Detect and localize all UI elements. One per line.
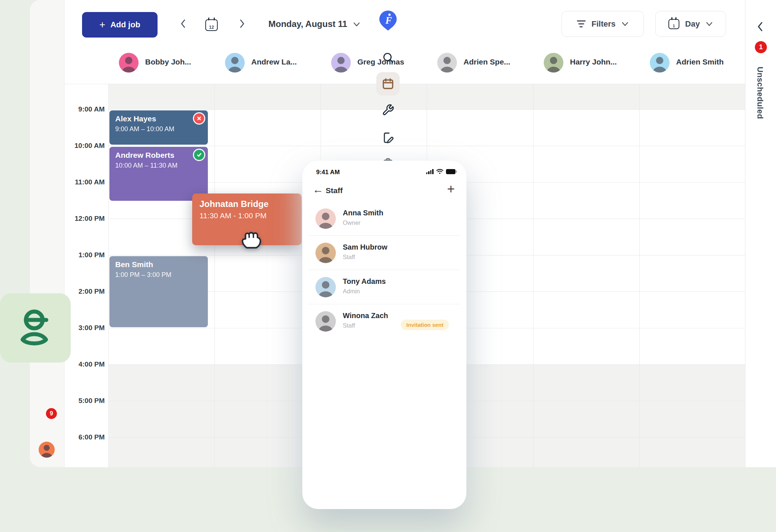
date-text: Monday, August 11 bbox=[268, 19, 347, 29]
brand-watermark bbox=[0, 293, 71, 363]
unscheduled-panel-collapsed[interactable]: 1 Unscheduled bbox=[745, 0, 776, 467]
staff-column-name[interactable]: Harry John... bbox=[570, 58, 617, 66]
next-day-button[interactable] bbox=[238, 18, 246, 29]
staff-column-name[interactable]: Bobby Joh... bbox=[145, 58, 191, 66]
back-arrow-icon[interactable]: ← bbox=[313, 184, 323, 195]
grid-line bbox=[65, 84, 745, 84]
add-job-label: Add job bbox=[110, 20, 140, 30]
grid-line bbox=[108, 84, 109, 467]
unscheduled-label: Unscheduled bbox=[755, 67, 765, 119]
event-card[interactable]: Ben Smith 1:00 PM – 3:00 PM bbox=[109, 256, 208, 327]
staff-role: Staff bbox=[343, 254, 355, 261]
cancelled-icon[interactable] bbox=[194, 113, 204, 124]
grid-line bbox=[533, 84, 534, 467]
sidebar-item-schedule[interactable] bbox=[376, 72, 400, 95]
filter-icon bbox=[577, 20, 586, 27]
staff-name: Tony Adams bbox=[343, 277, 386, 286]
time-label: 5:00 PM bbox=[61, 397, 105, 405]
time-label: 4:00 PM bbox=[61, 360, 105, 368]
time-label: 2:00 PM bbox=[61, 287, 105, 296]
view-mode-label: Day bbox=[685, 19, 700, 29]
event-time: 11:30 AM - 1:00 PM bbox=[199, 211, 294, 220]
grab-cursor-icon bbox=[239, 225, 264, 251]
event-time: 9:00 AM – 10:00 AM bbox=[115, 125, 202, 133]
phone-mockup: 9:41 AM ← Staff + Anna Smith Owner Sam H… bbox=[302, 161, 466, 509]
grid-line bbox=[214, 84, 215, 467]
staff-column-name[interactable]: Andrew La... bbox=[251, 58, 297, 66]
event-title: Andrew Roberts bbox=[115, 150, 202, 160]
time-label: 10:00 AM bbox=[61, 142, 105, 150]
sidebar bbox=[30, 0, 65, 467]
time-label: 12:00 PM bbox=[61, 215, 105, 223]
event-title: Johnatan Bridge bbox=[199, 199, 294, 210]
event-title: Alex Hayes bbox=[115, 114, 202, 124]
phone-status-time: 9:41 AM bbox=[316, 169, 340, 176]
chevron-down-icon bbox=[353, 19, 360, 29]
staff-avatar[interactable] bbox=[331, 53, 351, 73]
sidebar-item-services[interactable] bbox=[381, 103, 395, 117]
calendar-icon: 1 bbox=[668, 19, 679, 29]
chevron-down-icon bbox=[706, 19, 713, 29]
wifi-icon bbox=[436, 169, 443, 174]
staff-avatar[interactable] bbox=[225, 53, 245, 73]
event-title: Ben Smith bbox=[115, 260, 202, 269]
filters-button[interactable]: Filters bbox=[562, 11, 644, 37]
app-logo[interactable]: F bbox=[378, 10, 398, 31]
staff-name: Sam Hubrow bbox=[343, 243, 387, 251]
calendar-picker-button[interactable]: 12 bbox=[205, 18, 218, 31]
event-time: 1:00 PM – 3:00 PM bbox=[115, 271, 202, 279]
staff-name: Anna Smith bbox=[343, 209, 383, 217]
staff-avatar[interactable] bbox=[650, 53, 670, 73]
staff-role: Admin bbox=[343, 288, 360, 295]
staff-list-item[interactable]: Winona Zach Staff Invitation sent bbox=[308, 304, 461, 339]
avatar bbox=[315, 243, 336, 263]
phone-screen-title: Staff bbox=[326, 186, 343, 195]
avatar bbox=[315, 311, 336, 332]
worker-icon bbox=[15, 306, 55, 350]
calendar-icon bbox=[381, 77, 395, 90]
signal-icon bbox=[426, 169, 434, 174]
staff-role: Owner bbox=[343, 219, 361, 226]
event-time: 10:00 AM – 11:30 AM bbox=[115, 162, 202, 169]
date-selector[interactable]: Monday, August 11 bbox=[268, 19, 360, 29]
add-staff-button[interactable]: + bbox=[447, 183, 455, 196]
staff-avatar[interactable] bbox=[437, 53, 457, 73]
chevron-down-icon bbox=[621, 19, 629, 29]
staff-column-name[interactable]: Adrien Spe... bbox=[463, 58, 510, 66]
time-label: 1:00 PM bbox=[61, 251, 105, 259]
view-mode-button[interactable]: 1 Day bbox=[655, 11, 726, 37]
event-card[interactable]: Andrew Roberts 10:00 AM – 11:30 AM bbox=[109, 147, 208, 201]
sidebar-item-documents[interactable] bbox=[381, 131, 395, 144]
calendar-day-number: 12 bbox=[206, 25, 217, 30]
avatar bbox=[315, 208, 336, 229]
search-icon[interactable] bbox=[381, 51, 395, 64]
staff-avatar[interactable] bbox=[119, 53, 139, 73]
event-card[interactable]: Alex Hayes 9:00 AM – 10:00 AM bbox=[109, 110, 208, 145]
expand-panel-chevron-icon[interactable] bbox=[756, 21, 764, 34]
invitation-sent-badge: Invitation sent bbox=[401, 320, 449, 330]
staff-column-name[interactable]: Adrien Smith bbox=[676, 58, 724, 66]
staff-role: Staff bbox=[343, 322, 355, 329]
completed-icon[interactable] bbox=[194, 150, 204, 160]
svg-text:F: F bbox=[385, 15, 392, 26]
add-job-button[interactable]: + Add job bbox=[82, 12, 158, 38]
filters-label: Filters bbox=[591, 19, 616, 29]
staff-column-name[interactable]: Greg Jonnas bbox=[357, 58, 404, 66]
notification-badge: 9 bbox=[46, 408, 57, 419]
staff-name: Winona Zach bbox=[343, 312, 388, 320]
time-label: 9:00 AM bbox=[61, 105, 105, 113]
staff-list-item[interactable]: Sam Hubrow Staff bbox=[308, 236, 461, 270]
time-label: 11:00 AM bbox=[61, 178, 105, 186]
staff-list-item[interactable]: Tony Adams Admin bbox=[308, 270, 461, 304]
staff-list-item[interactable]: Anna Smith Owner bbox=[308, 202, 461, 236]
avatar bbox=[315, 277, 336, 297]
phone-status-icons bbox=[426, 169, 455, 174]
grid-line bbox=[639, 84, 640, 467]
battery-icon bbox=[446, 169, 455, 174]
staff-avatar[interactable] bbox=[544, 53, 563, 73]
plus-icon: + bbox=[99, 20, 105, 30]
time-label: 6:00 PM bbox=[61, 433, 105, 441]
prev-day-button[interactable] bbox=[179, 18, 187, 29]
user-avatar[interactable] bbox=[39, 442, 55, 458]
unscheduled-count-badge: 1 bbox=[755, 41, 767, 53]
